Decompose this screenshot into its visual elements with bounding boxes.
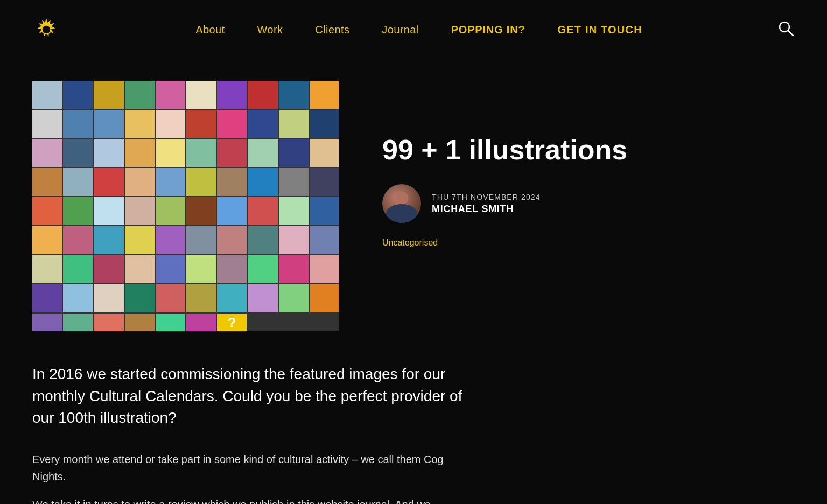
grid-cell xyxy=(63,314,93,331)
grid-cell xyxy=(310,168,339,196)
grid-cell xyxy=(186,197,216,225)
grid-cell xyxy=(125,284,155,312)
grid-cell xyxy=(94,284,123,312)
illustration-grid: ? xyxy=(32,81,339,331)
nav-clients[interactable]: Clients xyxy=(315,24,349,36)
grid-cell xyxy=(94,81,123,109)
grid-cell xyxy=(32,314,62,331)
grid-cell xyxy=(248,284,277,312)
grid-cell xyxy=(156,168,185,196)
grid-cell xyxy=(125,110,155,138)
grid-cell xyxy=(63,255,93,283)
grid-cell xyxy=(248,197,277,225)
grid-cell xyxy=(32,197,62,225)
grid-cell xyxy=(217,81,247,109)
grid-cell xyxy=(217,226,247,254)
grid-cell xyxy=(217,284,247,312)
nav-popping-in[interactable]: POPPING IN? xyxy=(451,24,525,36)
grid-cell xyxy=(94,197,123,225)
grid-cell xyxy=(63,139,93,167)
grid-cell xyxy=(94,110,123,138)
author-name: MICHAEL SMITH xyxy=(432,204,541,215)
grid-cell xyxy=(279,284,309,312)
grid-cell xyxy=(279,81,309,109)
grid-cell xyxy=(32,139,62,167)
grid-cell xyxy=(125,168,155,196)
grid-cell xyxy=(248,226,277,254)
grid-cell xyxy=(186,81,216,109)
grid-cell xyxy=(186,314,216,331)
grid-cell xyxy=(63,197,93,225)
grid-cell xyxy=(63,110,93,138)
grid-cell xyxy=(279,226,309,254)
grid-cell xyxy=(310,284,339,312)
main-content: ? 99 + 1 illustrations THU 7TH NOVEMBER … xyxy=(0,59,827,504)
grid-cell xyxy=(63,168,93,196)
nav-journal[interactable]: Journal xyxy=(382,24,418,36)
grid-cell xyxy=(217,255,247,283)
grid-cell xyxy=(310,197,339,225)
grid-cell xyxy=(186,110,216,138)
grid-cell xyxy=(125,314,155,331)
grid-cell xyxy=(32,168,62,196)
grid-cell xyxy=(94,255,123,283)
grid-cell xyxy=(310,226,339,254)
grid-cell xyxy=(279,110,309,138)
article-title: 99 + 1 illustrations xyxy=(382,135,795,165)
grid-cell xyxy=(32,284,62,312)
article-date: THU 7TH NOVEMBER 2024 xyxy=(432,193,541,201)
search-button[interactable] xyxy=(777,20,795,39)
author-row: THU 7TH NOVEMBER 2024 MICHAEL SMITH xyxy=(382,184,795,223)
grid-cell xyxy=(186,226,216,254)
grid-cell xyxy=(94,168,123,196)
grid-cell xyxy=(310,139,339,167)
logo[interactable] xyxy=(32,16,60,44)
grid-cell xyxy=(279,168,309,196)
grid-cell xyxy=(94,139,123,167)
grid-cell xyxy=(125,226,155,254)
grid-cell xyxy=(248,255,277,283)
nav-about[interactable]: About xyxy=(195,24,225,36)
svg-line-3 xyxy=(788,31,793,36)
grid-cell xyxy=(125,139,155,167)
nav-get-in-touch[interactable]: GET IN TOUCH xyxy=(557,24,642,36)
grid-cell xyxy=(125,197,155,225)
grid-cell xyxy=(248,139,277,167)
grid-cell xyxy=(217,110,247,138)
article-intro: In 2016 we started commissioning the fea… xyxy=(32,363,474,429)
grid-cell xyxy=(156,255,185,283)
grid-cell xyxy=(186,284,216,312)
grid-cell xyxy=(32,226,62,254)
grid-cell xyxy=(32,81,62,109)
grid-cell xyxy=(125,81,155,109)
article-meta: 99 + 1 illustrations THU 7TH NOVEMBER 20… xyxy=(382,81,795,248)
grid-cell xyxy=(63,226,93,254)
nav-work[interactable]: Work xyxy=(257,24,283,36)
author-avatar xyxy=(382,184,421,223)
grid-cell xyxy=(63,284,93,312)
grid-cell xyxy=(186,255,216,283)
grid-cell xyxy=(310,81,339,109)
grid-cell xyxy=(279,139,309,167)
site-header: About Work Clients Journal POPPING IN? G… xyxy=(0,0,827,59)
grid-cell xyxy=(156,226,185,254)
grid-cell xyxy=(186,139,216,167)
article-body: In 2016 we started commissioning the fea… xyxy=(32,363,474,504)
article-tag[interactable]: Uncategorised xyxy=(382,238,438,247)
grid-cell xyxy=(217,168,247,196)
grid-cell xyxy=(279,197,309,225)
grid-cell xyxy=(217,139,247,167)
grid-cell xyxy=(94,226,123,254)
svg-point-1 xyxy=(43,26,51,34)
grid-cell xyxy=(156,314,185,331)
grid-cell xyxy=(248,110,277,138)
main-nav: About Work Clients Journal POPPING IN? G… xyxy=(195,24,642,36)
grid-cell xyxy=(94,314,123,331)
grid-cell xyxy=(248,168,277,196)
grid-cell-100: ? xyxy=(217,314,247,331)
grid-cell xyxy=(310,255,339,283)
grid-cell xyxy=(310,110,339,138)
grid-cell xyxy=(248,81,277,109)
grid-cell xyxy=(156,81,185,109)
grid-cell xyxy=(156,110,185,138)
